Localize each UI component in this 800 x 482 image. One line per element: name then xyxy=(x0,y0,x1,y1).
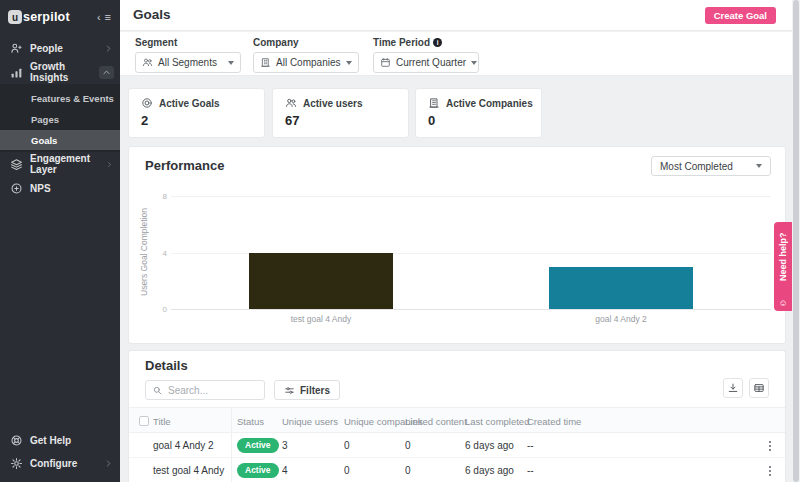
info-icon[interactable]: i xyxy=(433,38,442,47)
table-row[interactable]: goal 4 Andy 2 Active 3 0 0 6 days ago -- xyxy=(129,433,786,458)
caret-down-icon xyxy=(756,164,762,168)
column-header-linked-content[interactable]: Linked content xyxy=(405,416,467,427)
segment-value: All Segments xyxy=(158,57,217,68)
cell-created-time: -- xyxy=(527,465,534,476)
chart-bar[interactable] xyxy=(249,253,393,310)
columns-button[interactable] xyxy=(749,378,769,398)
chart-x-label: goal 4 Andy 2 xyxy=(595,314,647,324)
stat-value: 67 xyxy=(273,109,408,128)
stat-card-active-companies: Active Companies 0 xyxy=(415,88,542,138)
chart-gridline xyxy=(171,309,771,310)
chart-plot: 048 xyxy=(171,196,771,309)
chart-y-tick: 4 xyxy=(153,249,167,258)
sidebar-item-label: Engagement Layer xyxy=(30,153,99,175)
menu-icon: ≡ xyxy=(105,11,111,23)
growth-insights-submenu: Features & Events Pages Goals xyxy=(0,84,120,152)
cell-title[interactable]: goal 4 Andy 2 xyxy=(153,440,214,451)
search-input[interactable] xyxy=(168,385,258,396)
need-help-tab[interactable]: Need help? ☺ xyxy=(774,222,792,311)
stat-label: Active users xyxy=(303,98,362,109)
cell-unique-companies: 0 xyxy=(344,465,350,476)
sidebar-item-label: Features & Events xyxy=(31,93,114,104)
sort-select[interactable]: Most Completed xyxy=(651,156,771,176)
performance-title: Performance xyxy=(145,158,224,173)
stat-card-active-users: Active users 67 xyxy=(272,88,409,138)
search-box xyxy=(145,380,265,400)
need-help-label: Need help? xyxy=(774,226,792,288)
company-select[interactable]: All Companies xyxy=(253,52,359,73)
sidebar-item-pages[interactable]: Pages xyxy=(0,109,120,129)
filter-bar: Segment All Segments Company All Compani… xyxy=(120,32,800,76)
topbar: Goals Create Goal xyxy=(120,0,800,31)
download-button[interactable] xyxy=(723,378,743,398)
cell-title[interactable]: test goal 4 Andy xyxy=(153,465,224,476)
sidebar-item-nps[interactable]: NPS xyxy=(0,178,120,198)
cell-linked-content: 0 xyxy=(405,465,411,476)
sidebar-item-people[interactable]: People xyxy=(0,38,120,58)
status-badge: Active xyxy=(237,463,279,478)
row-menu-button[interactable] xyxy=(763,463,777,479)
logo: u serpilot ‹≡ xyxy=(0,6,120,28)
cell-last-completed: 6 days ago xyxy=(465,440,514,451)
company-filter-label: Company xyxy=(253,37,359,48)
row-menu-button[interactable] xyxy=(763,438,777,454)
column-header-status[interactable]: Status xyxy=(237,416,264,427)
scrollbar-thumb[interactable] xyxy=(793,0,799,482)
sidebar-item-label: Configure xyxy=(30,458,77,469)
filters-button[interactable]: Filters xyxy=(274,380,340,400)
sidebar-item-configure[interactable]: Configure xyxy=(0,453,120,473)
create-goal-button[interactable]: Create Goal xyxy=(705,7,776,24)
smiley-icon: ☺ xyxy=(774,299,792,308)
building-icon xyxy=(260,57,271,68)
chart-y-tick: 0 xyxy=(153,305,167,314)
nps-icon xyxy=(10,182,23,195)
sidebar-item-label: Growth Insights xyxy=(30,61,92,83)
chevron-right-icon xyxy=(106,160,113,169)
chevron-up-icon xyxy=(102,68,111,77)
stat-label: Active Goals xyxy=(159,98,220,109)
time-period-select[interactable]: Current Quarter xyxy=(373,52,479,73)
kebab-icon xyxy=(763,464,777,478)
chart-bar[interactable] xyxy=(549,267,693,309)
chevron-left-icon: ‹ xyxy=(97,11,101,23)
column-header-created-time[interactable]: Created time xyxy=(527,416,581,427)
table-row[interactable]: test goal 4 Andy Active 4 0 0 6 days ago… xyxy=(129,458,786,482)
table-grid-icon xyxy=(753,382,765,394)
status-badge: Active xyxy=(237,438,279,453)
users-icon xyxy=(285,97,297,109)
sidebar-item-growth-insights[interactable]: Growth Insights xyxy=(0,62,120,82)
company-value: All Companies xyxy=(276,57,340,68)
cell-unique-companies: 0 xyxy=(344,440,350,451)
table-header: Title Status Unique users Unique compani… xyxy=(129,407,786,433)
column-header-last-completed[interactable]: Last completed xyxy=(465,416,529,427)
sidebar-item-label: Pages xyxy=(31,114,59,125)
bar-chart-icon xyxy=(10,66,23,79)
details-panel: Details Filters Title Status Unique user… xyxy=(128,350,786,482)
column-header-title[interactable]: Title xyxy=(153,416,171,427)
sidebar-item-label: Goals xyxy=(31,135,57,146)
details-title: Details xyxy=(145,358,188,373)
sidebar-item-features-events[interactable]: Features & Events xyxy=(0,88,120,108)
sidebar: u serpilot ‹≡ People Growth Insights Fea… xyxy=(0,0,120,482)
logo-text: serpilot xyxy=(23,10,70,24)
performance-panel: Performance Most Completed Users Goal Co… xyxy=(128,146,786,344)
column-header-unique-users[interactable]: Unique users xyxy=(282,416,338,427)
collapse-section-button[interactable] xyxy=(99,66,114,79)
sidebar-item-goals[interactable]: Goals xyxy=(0,130,120,150)
chart-xaxis: test goal 4 Andygoal 4 Andy 2 xyxy=(171,314,771,326)
time-period-value: Current Quarter xyxy=(396,57,466,68)
calendar-icon xyxy=(380,57,391,68)
sidebar-item-label: People xyxy=(30,43,63,54)
sidebar-item-label: Get Help xyxy=(30,435,71,446)
chart-y-tick: 8 xyxy=(153,192,167,201)
layers-icon xyxy=(10,158,23,171)
sidebar-item-engagement-layer[interactable]: Engagement Layer xyxy=(0,154,120,174)
select-all-checkbox[interactable] xyxy=(139,416,149,426)
sidebar-collapse-button[interactable]: ‹≡ xyxy=(97,11,111,23)
sidebar-item-get-help[interactable]: Get Help xyxy=(0,430,120,450)
stat-value: 2 xyxy=(129,109,264,128)
sliders-icon xyxy=(284,385,295,396)
logo-mark-icon: u xyxy=(8,10,22,24)
segment-select[interactable]: All Segments xyxy=(135,52,241,73)
chevron-right-icon xyxy=(104,44,113,53)
